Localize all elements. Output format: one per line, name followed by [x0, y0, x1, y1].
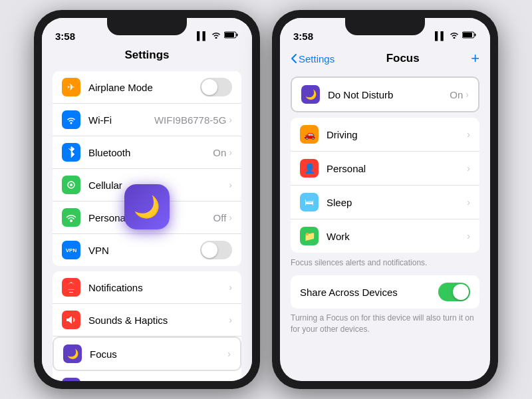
settings-row-sounds[interactable]: Sounds & Haptics ›	[53, 304, 241, 336]
wifi-row-icon	[62, 110, 80, 129]
focus-chevron: ›	[227, 348, 231, 359]
airplane-icon: ✈	[62, 78, 80, 96]
settings-row-wifi[interactable]: Wi-Fi WIFI9B6778-5G ›	[53, 104, 241, 136]
bluetooth-value: On	[213, 147, 226, 158]
wifi-chevron: ›	[229, 114, 232, 125]
phone-focus: 3:58 ▌▌ Settings Focus +	[272, 10, 498, 389]
driving-chevron: ›	[467, 129, 470, 140]
wifi-value: WIFI9B6778-5G	[154, 114, 226, 126]
wifi-label: Wi-Fi	[88, 114, 154, 126]
focus-screen-title: Focus	[386, 52, 420, 65]
work-icon: 📁	[300, 227, 319, 245]
notifications-label: Notifications	[88, 282, 229, 293]
dnd-chevron: ›	[466, 89, 469, 100]
focus-note: Focus silences alerts and notifications.	[291, 258, 479, 267]
hotspot-value: Off	[213, 212, 227, 223]
focus-section-dnd: 🌙 Do Not Disturb On ›	[291, 76, 479, 112]
svg-point-4	[70, 184, 72, 186]
svg-point-5	[70, 219, 72, 222]
time-right: 3:58	[293, 31, 313, 42]
screen-focus: 3:58 ▌▌ Settings Focus +	[280, 18, 490, 381]
focus-icon: 🌙	[63, 344, 82, 363]
notifications-chevron: ›	[229, 282, 232, 293]
cellular-chevron: ›	[229, 180, 232, 190]
share-row: Share Across Devices	[291, 275, 479, 309]
status-icons-right: ▌▌	[435, 31, 477, 41]
personal-icon: 👤	[300, 159, 319, 178]
notch-left	[107, 18, 187, 35]
status-icons-left: ▌▌	[197, 31, 239, 41]
add-focus-button[interactable]: +	[471, 50, 479, 67]
share-label: Share Across Devices	[300, 287, 438, 298]
sleep-icon: 🛏	[300, 193, 319, 211]
settings-row-bluetooth[interactable]: Bluetooth On ›	[53, 136, 241, 169]
focus-section-others: 🚗 Driving › 👤 Personal › 🛏 Sleep ›	[291, 118, 479, 253]
work-label: Work	[327, 231, 467, 242]
settings-section-network: ✈ Airplane Mode Wi-Fi WIFI9B6778-5G ›	[53, 71, 241, 266]
share-section: Share Across Devices	[291, 275, 479, 309]
settings-title: Settings	[42, 47, 252, 66]
battery-icon	[224, 31, 239, 41]
vpn-label: VPN	[88, 245, 200, 256]
sounds-chevron: ›	[229, 315, 232, 325]
hotspot-chevron: ›	[229, 212, 232, 223]
phone-settings: 3:58 ▌▌ Settings ✈ Airplane M	[34, 10, 260, 389]
settings-row-vpn[interactable]: VPN VPN	[53, 234, 241, 266]
sounds-label: Sounds & Haptics	[88, 315, 229, 326]
wifi-icon	[211, 31, 221, 41]
back-button[interactable]: Settings	[291, 53, 334, 65]
sleep-chevron: ›	[467, 197, 470, 207]
settings-section-system: Notifications › Sounds & Haptics › 🌙 Foc…	[53, 271, 241, 381]
phones-wrapper: 3:58 ▌▌ Settings ✈ Airplane M	[34, 10, 498, 389]
signal-icon: ▌▌	[197, 31, 208, 41]
back-label: Settings	[299, 53, 334, 65]
share-toggle[interactable]	[438, 283, 470, 301]
focus-overlay-icon: 🌙	[124, 184, 170, 229]
sounds-icon	[62, 311, 80, 329]
focus-row-dnd[interactable]: 🌙 Do Not Disturb On ›	[292, 78, 478, 111]
bluetooth-label: Bluetooth	[88, 147, 213, 158]
svg-rect-13	[463, 33, 472, 37]
vpn-toggle[interactable]	[200, 241, 232, 259]
share-note: Turning a Focus on for this device will …	[291, 313, 479, 335]
focus-navbar: Settings Focus +	[280, 47, 490, 71]
focus-row-driving[interactable]: 🚗 Driving ›	[291, 118, 479, 152]
notch-right	[345, 18, 425, 35]
settings-row-screentime[interactable]: ⏱ Screen Time ›	[53, 371, 241, 381]
bluetooth-chevron: ›	[229, 147, 232, 158]
work-chevron: ›	[467, 231, 470, 241]
vpn-icon: VPN	[62, 241, 80, 259]
dnd-label: Do Not Disturb	[328, 89, 450, 100]
airplane-label: Airplane Mode	[88, 82, 200, 93]
time-left: 3:58	[55, 31, 75, 42]
battery-icon-right	[462, 31, 477, 41]
svg-rect-2	[225, 33, 234, 37]
driving-label: Driving	[327, 129, 467, 140]
sleep-label: Sleep	[327, 197, 467, 208]
screentime-icon: ⏱	[62, 378, 80, 381]
focus-list: 🌙 Do Not Disturb On › 🚗 Driving › 👤 Pe	[280, 71, 490, 381]
dnd-value: On	[450, 89, 463, 100]
focus-label: Focus	[90, 348, 227, 360]
focus-row-work[interactable]: 📁 Work ›	[291, 219, 479, 253]
dnd-icon: 🌙	[301, 85, 320, 104]
bluetooth-icon	[62, 143, 80, 162]
personal-chevron: ›	[467, 163, 470, 174]
driving-icon: 🚗	[300, 125, 319, 144]
settings-row-airplane[interactable]: ✈ Airplane Mode	[53, 71, 241, 104]
cellular-icon	[62, 176, 80, 194]
signal-icon-right: ▌▌	[435, 31, 446, 41]
wifi-icon-right	[450, 31, 459, 41]
focus-row-sleep[interactable]: 🛏 Sleep ›	[291, 186, 479, 219]
airplane-toggle[interactable]	[200, 78, 232, 96]
settings-row-notifications[interactable]: Notifications ›	[53, 271, 241, 304]
svg-rect-12	[475, 34, 476, 37]
personal-label: Personal	[327, 163, 467, 174]
svg-rect-1	[237, 34, 238, 37]
notifications-icon	[62, 278, 80, 297]
settings-row-focus[interactable]: 🌙 Focus ›	[53, 336, 241, 371]
focus-row-personal[interactable]: 👤 Personal ›	[291, 152, 479, 186]
hotspot-icon	[62, 208, 80, 227]
